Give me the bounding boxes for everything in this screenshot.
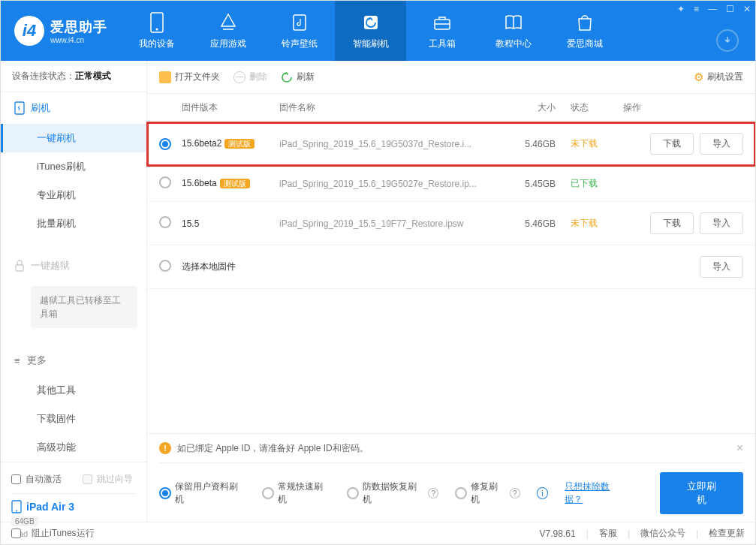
firmware-row[interactable]: 15.5iPad_Spring_2019_15.5_19F77_Restore.… xyxy=(147,202,755,245)
firmware-status: 未下载 xyxy=(571,217,623,230)
nav-batch-flash[interactable]: 批量刷机 xyxy=(1,209,146,238)
firmware-status: 未下载 xyxy=(571,137,623,150)
logo-url: www.i4.cn xyxy=(50,36,107,44)
jailbreak-note: 越狱工具已转移至工具箱 xyxy=(31,286,137,328)
beta-badge: 测试版 xyxy=(220,179,250,188)
nav-download-fw[interactable]: 下载固件 xyxy=(1,405,146,433)
help-icon[interactable]: ? xyxy=(428,488,438,498)
logo-title: 爱思助手 xyxy=(50,18,107,36)
nav-more-header[interactable]: ≡ 更多 xyxy=(1,345,146,376)
nav-pro-flash[interactable]: 专业刷机 xyxy=(1,181,146,209)
block-itunes-checkbox[interactable] xyxy=(11,528,21,538)
info-icon: i xyxy=(537,487,549,499)
nav-jailbreak-header: 一键越狱 xyxy=(1,250,146,282)
close-icon[interactable]: ✕ xyxy=(743,4,751,14)
connection-status: 设备连接状态：正常模式 xyxy=(1,61,146,92)
tab-apps[interactable]: 应用游戏 xyxy=(192,1,264,61)
version-label: 选择本地固件 xyxy=(182,261,236,272)
opt-normal-flash[interactable]: 常规快速刷机 xyxy=(262,480,330,506)
help-icon[interactable]: ? xyxy=(510,488,520,498)
firmware-size: 5.46GB xyxy=(518,218,571,229)
phone-icon xyxy=(14,101,25,115)
skip-guide-checkbox[interactable] xyxy=(83,474,92,484)
minimize-icon[interactable]: — xyxy=(708,4,717,14)
tab-store[interactable]: 爱思商城 xyxy=(549,1,620,61)
version-label: V7.98.61 xyxy=(540,528,576,539)
table-header: 固件版本 固件名称 大小 状态 操作 xyxy=(147,94,755,122)
firmware-radio[interactable] xyxy=(159,216,171,228)
tab-tutorials[interactable]: 教程中心 xyxy=(477,1,549,61)
firmware-name: iPad_Spring_2019_15.6_19G5037d_Restore.i… xyxy=(279,139,518,149)
svg-point-8 xyxy=(16,510,17,512)
check-update-link[interactable]: 检查更新 xyxy=(709,527,745,540)
download-button[interactable]: 下载 xyxy=(650,212,694,234)
nav-advanced[interactable]: 高级功能 xyxy=(1,433,146,462)
toolbar: 打开文件夹 删除 刷新 ⚙ 刷机设置 xyxy=(147,61,755,94)
tab-toolbox[interactable]: 工具箱 xyxy=(406,1,477,61)
firmware-size: 5.46GB xyxy=(518,139,571,149)
sidebar: 设备连接状态：正常模式 刷机 一键刷机 iTunes刷机 专业刷机 批量刷机 一… xyxy=(1,61,147,522)
opt-repair-flash[interactable]: 修复刷机? xyxy=(455,480,520,506)
support-link[interactable]: 客服 xyxy=(599,527,617,540)
firmware-radio[interactable] xyxy=(159,176,171,188)
bottom-panel: ! 如已绑定 Apple ID，请准备好 Apple ID和密码。 × 保留用户… xyxy=(147,433,755,522)
import-button[interactable]: 导入 xyxy=(700,133,743,155)
open-folder-button[interactable]: 打开文件夹 xyxy=(159,71,220,83)
toolbox-icon xyxy=(432,12,453,33)
main-content: 打开文件夹 删除 刷新 ⚙ 刷机设置 固件版本 固件名称 大小 状态 操作 xyxy=(147,61,755,522)
refresh-icon xyxy=(281,71,293,83)
music-icon xyxy=(289,12,310,33)
warning-icon: ! xyxy=(159,442,171,454)
menu-icon[interactable]: ✦ xyxy=(677,4,685,14)
firmware-row[interactable]: 选择本地固件导入 xyxy=(147,245,755,289)
folder-icon xyxy=(159,71,171,83)
auto-activate-checkbox[interactable] xyxy=(11,474,21,484)
svg-rect-6 xyxy=(16,265,23,271)
logo-area: i4 爱思助手 www.i4.cn xyxy=(1,16,121,46)
tab-flash[interactable]: 智能刷机 xyxy=(335,1,406,61)
nav-one-click-flash[interactable]: 一键刷机 xyxy=(1,124,146,152)
version-label: 15.5 xyxy=(182,218,199,229)
version-label: 15.6beta xyxy=(182,178,217,188)
nav-itunes-flash[interactable]: iTunes刷机 xyxy=(1,152,146,181)
gear-icon: ⚙ xyxy=(694,71,703,84)
flash-settings-button[interactable]: ⚙ 刷机设置 xyxy=(694,71,743,84)
tablet-icon xyxy=(11,500,22,513)
opt-keep-data[interactable]: 保留用户资料刷机 xyxy=(159,480,245,506)
svg-point-1 xyxy=(155,28,158,30)
firmware-radio[interactable] xyxy=(159,260,171,272)
beta-badge: 测试版 xyxy=(224,139,255,149)
alert-close-icon[interactable]: × xyxy=(736,441,743,455)
download-button[interactable]: 下载 xyxy=(650,133,694,155)
nav-flash-header[interactable]: 刷机 xyxy=(1,92,146,124)
firmware-name: iPad_Spring_2019_15.6_19G5027e_Restore.i… xyxy=(279,179,518,189)
wechat-link[interactable]: 微信公众号 xyxy=(640,527,685,540)
tab-ringtones[interactable]: 铃声壁纸 xyxy=(264,1,335,61)
opt-anti-recover[interactable]: 防数据恢复刷机? xyxy=(347,480,438,506)
window-controls: ✦ ≡ — ☐ ✕ xyxy=(677,4,751,14)
tab-my-device[interactable]: 我的设备 xyxy=(121,1,192,61)
flash-options: 保留用户资料刷机 常规快速刷机 防数据恢复刷机? 修复刷机? i 只想抹除数据？… xyxy=(159,462,743,514)
logo-icon: i4 xyxy=(14,16,44,46)
nav-other-tools[interactable]: 其他工具 xyxy=(1,376,146,405)
erase-data-link[interactable]: 只想抹除数据？ xyxy=(565,480,627,506)
firmware-row[interactable]: 15.6beta2测试版iPad_Spring_2019_15.6_19G503… xyxy=(147,122,755,166)
import-button[interactable]: 导入 xyxy=(700,212,743,234)
download-indicator-icon[interactable] xyxy=(716,29,739,52)
apps-icon xyxy=(218,12,239,33)
main-tabs: 我的设备 应用游戏 铃声壁纸 智能刷机 工具箱 教程中心 爱思商城 xyxy=(121,1,620,61)
more-icon: ≡ xyxy=(14,355,21,366)
version-label: 15.6beta2 xyxy=(182,138,221,149)
device-icon xyxy=(146,12,167,33)
flash-icon xyxy=(360,12,381,33)
delete-button: 删除 xyxy=(233,71,267,83)
alert-bar: ! 如已绑定 Apple ID，请准备好 Apple ID和密码。 × xyxy=(159,441,743,462)
firmware-size: 5.45GB xyxy=(518,179,571,189)
refresh-button[interactable]: 刷新 xyxy=(281,71,315,83)
import-button[interactable]: 导入 xyxy=(700,256,743,278)
maximize-icon[interactable]: ☐ xyxy=(726,4,734,14)
flash-now-button[interactable]: 立即刷机 xyxy=(660,472,743,514)
firmware-radio[interactable] xyxy=(159,138,171,150)
list-icon[interactable]: ≡ xyxy=(694,4,699,14)
firmware-row[interactable]: 15.6beta测试版iPad_Spring_2019_15.6_19G5027… xyxy=(147,166,755,202)
